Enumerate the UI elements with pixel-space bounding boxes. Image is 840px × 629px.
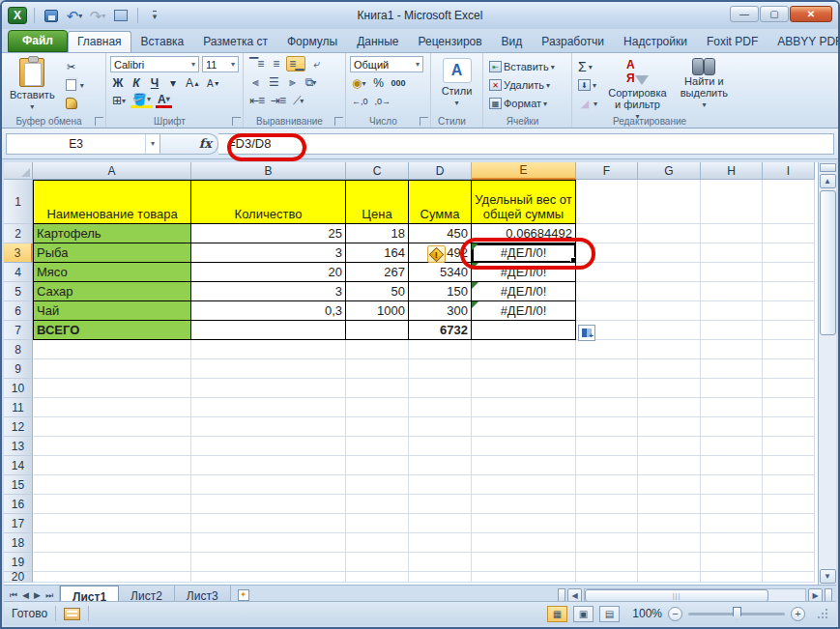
cell-H20[interactable] [701, 572, 763, 583]
cell-H7[interactable] [701, 321, 763, 340]
prev-sheet-icon[interactable]: ◀ [22, 590, 29, 600]
cell-F12[interactable] [576, 417, 638, 437]
wrap-text-button[interactable]: ⤶ [308, 56, 324, 71]
cell-I11[interactable] [763, 398, 815, 417]
cell-D18[interactable] [409, 533, 472, 553]
cell-H16[interactable] [701, 495, 763, 514]
copy-button[interactable]: ▾ [63, 77, 86, 93]
cell-C7[interactable] [346, 321, 409, 340]
row-header-13[interactable]: 13 [4, 437, 33, 456]
col-header-H[interactable]: H [701, 162, 763, 180]
cell-E8[interactable] [472, 340, 576, 359]
cell-H18[interactable] [701, 533, 763, 553]
styles-button[interactable]: А Стили ▾ [435, 56, 478, 109]
cell-E4[interactable]: #ДЕЛ/0! [472, 263, 576, 282]
align-bottom-button[interactable]: ≡▁ [286, 56, 305, 71]
cell-H13[interactable] [701, 437, 763, 456]
cell-I7[interactable] [763, 321, 815, 340]
cell-C15[interactable] [346, 475, 409, 495]
clear-button[interactable]: ◢▾ [576, 96, 599, 111]
cell-A16[interactable] [33, 495, 191, 514]
cell-E11[interactable] [472, 398, 576, 417]
row-header-12[interactable]: 12 [4, 417, 33, 437]
cell-C16[interactable] [346, 495, 409, 514]
cell-H12[interactable] [701, 417, 763, 437]
cell-E14[interactable] [472, 456, 576, 475]
cell-G9[interactable] [638, 359, 701, 379]
cell-D2[interactable]: 450 [409, 224, 472, 243]
cell-C6[interactable]: 1000 [346, 301, 409, 321]
cell-H15[interactable] [701, 475, 763, 495]
number-dialog-launcher-icon[interactable] [420, 117, 428, 126]
cell-E16[interactable] [472, 495, 576, 514]
cell-D14[interactable] [409, 456, 472, 475]
cell-C3[interactable]: 164 [346, 243, 409, 263]
cell-E9[interactable] [472, 359, 576, 379]
cell-F9[interactable] [576, 359, 638, 379]
tab-home[interactable]: Главная [68, 31, 131, 52]
cell-B19[interactable] [191, 553, 346, 572]
cell-B5[interactable]: 3 [191, 282, 346, 301]
decrease-decimal-button[interactable]: ,0→ [373, 94, 393, 109]
qat-customize-button[interactable]: ▾ [145, 7, 164, 24]
cell-A20[interactable] [33, 572, 191, 583]
cell-G8[interactable] [638, 340, 701, 359]
cell-D8[interactable] [409, 340, 472, 359]
cell-G20[interactable] [638, 572, 701, 583]
cell-I3[interactable] [763, 243, 815, 263]
cell-B9[interactable] [191, 359, 346, 379]
cell-A15[interactable] [33, 475, 191, 495]
cell-I2[interactable] [763, 224, 815, 243]
cell-I20[interactable] [763, 572, 815, 583]
cell-I9[interactable] [763, 359, 815, 379]
cell-A4[interactable]: Мясо [33, 263, 191, 282]
cell-A19[interactable] [33, 553, 191, 572]
cell-H17[interactable] [701, 514, 763, 533]
cell-A10[interactable] [33, 379, 191, 398]
borders-button[interactable]: ⊞▾ [110, 93, 128, 108]
tab-formulas[interactable]: Формулы [277, 31, 347, 52]
cell-D20[interactable] [409, 572, 472, 583]
cell-F6[interactable] [576, 301, 638, 321]
align-left-button[interactable]: ⫷ [247, 74, 263, 90]
cell-H1[interactable] [701, 180, 763, 224]
row-header-4[interactable]: 4 [4, 263, 33, 282]
cell-A5[interactable]: Сахар [33, 282, 191, 301]
cell-B20[interactable] [191, 572, 346, 583]
cell-F13[interactable] [576, 437, 638, 456]
vertical-scrollbar[interactable]: ▲ ▼ [818, 162, 836, 585]
cell-F17[interactable] [576, 514, 638, 533]
cell-E17[interactable] [472, 514, 576, 533]
col-header-I[interactable]: I [763, 162, 815, 180]
cell-B8[interactable] [191, 340, 346, 359]
fill-color-button[interactable]: 🪣▾ [130, 93, 153, 108]
cell-I14[interactable] [763, 456, 815, 475]
cell-I18[interactable] [763, 533, 815, 553]
sort-filter-button[interactable]: АЯ Сортировка и фильтр ▾ [604, 56, 671, 123]
cell-B2[interactable]: 25 [191, 224, 346, 243]
cell-C2[interactable]: 18 [346, 224, 409, 243]
cell-H19[interactable] [701, 553, 763, 572]
orientation-button[interactable]: ⟋▾ [290, 93, 305, 108]
split-handle[interactable] [820, 163, 836, 172]
cell-E19[interactable] [472, 553, 576, 572]
font-dialog-launcher-icon[interactable] [232, 117, 241, 126]
font-size-select[interactable]: 11▾ [202, 56, 239, 72]
clipboard-dialog-launcher-icon[interactable] [95, 117, 103, 126]
cell-H9[interactable] [701, 359, 763, 379]
tab-addins[interactable]: Надстройки [614, 31, 697, 52]
autosum-button[interactable]: Σ▾ [576, 59, 599, 74]
tab-page-layout[interactable]: Разметка ст [193, 31, 277, 52]
cell-I4[interactable] [763, 263, 815, 282]
cell-E20[interactable] [472, 572, 576, 583]
cell-F3[interactable] [576, 243, 638, 263]
cell-F15[interactable] [576, 475, 638, 495]
cell-G5[interactable] [638, 282, 701, 301]
cell-I17[interactable] [763, 514, 815, 533]
cell-D10[interactable] [409, 379, 472, 398]
cell-E18[interactable] [472, 533, 576, 553]
fill-button[interactable]: ⬇▾ [576, 77, 599, 93]
cell-E1[interactable]: Удельный вес от общей суммы [472, 180, 576, 224]
cell-D11[interactable] [409, 398, 472, 417]
paste-button[interactable]: Вставить ▾ [6, 56, 59, 113]
